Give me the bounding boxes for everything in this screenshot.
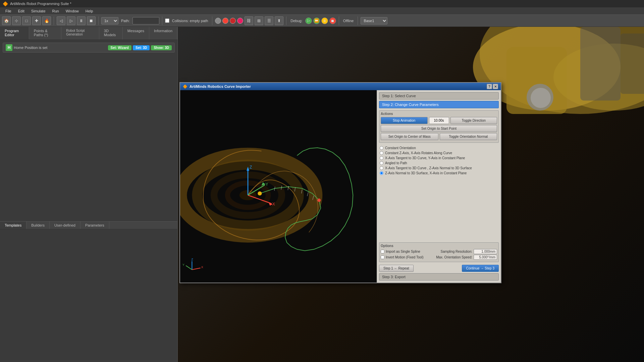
sampling-resolution-value: 1.000mm bbox=[474, 249, 497, 254]
actions-row3: Set Origin to Center of Mass Toggle Orie… bbox=[381, 133, 497, 140]
debug-pause-btn[interactable]: ⏸ bbox=[321, 17, 328, 24]
radio-angled-to-path[interactable]: Angled to Path bbox=[380, 161, 498, 166]
dialog-icon: 🔶 bbox=[183, 84, 187, 89]
svg-text:Y: Y bbox=[182, 263, 184, 266]
bottom-tab-parameters[interactable]: Parameters bbox=[80, 222, 109, 229]
actions-title: Actions bbox=[381, 112, 497, 116]
stop-animation-btn[interactable]: Stop Animation bbox=[381, 117, 428, 124]
menu-run[interactable]: Run bbox=[49, 8, 62, 14]
menu-help[interactable]: Help bbox=[82, 8, 97, 14]
single-spline-checkbox[interactable] bbox=[381, 250, 384, 253]
home-position-bar: H Home Position is set Set: Wizard Set: … bbox=[3, 43, 175, 53]
offline-label: Offline bbox=[343, 19, 354, 23]
path-label: Path: bbox=[121, 19, 130, 23]
toolbar-select-btn[interactable]: ⊹ bbox=[12, 16, 21, 25]
dialog-right-panel: Step 1: Select Curve Step 2: Change Curv… bbox=[377, 90, 501, 283]
tab-points-paths[interactable]: Points & Paths (*) bbox=[29, 27, 62, 40]
svg-text:Z: Z bbox=[250, 165, 252, 170]
svg-text:X: X bbox=[201, 265, 203, 269]
toolbar-back-btn[interactable]: ◁ bbox=[57, 16, 65, 25]
menu-window[interactable]: Window bbox=[62, 8, 82, 14]
toolbar-flame-btn[interactable]: 🔥 bbox=[42, 16, 51, 25]
bottom-tab-templates[interactable]: Templates bbox=[0, 222, 26, 229]
speed-dropdown[interactable]: 1x 2x 0.5x bbox=[101, 17, 118, 24]
toolbar-export-btn[interactable]: ⬆ bbox=[275, 16, 283, 25]
dialog-close-btn[interactable]: ✕ bbox=[493, 84, 498, 89]
step1-repeat-btn[interactable]: Step 1 ← Repeat bbox=[379, 265, 414, 272]
indicator-red2 bbox=[230, 18, 236, 24]
continue-btn[interactable]: Continue → Step 3 bbox=[462, 265, 499, 272]
toolbar-pause-btn[interactable]: ⏸ bbox=[77, 16, 86, 25]
radio-constant-z-axis[interactable]: Constant Z-Axis, X-Axis Rotates Along Cu… bbox=[380, 150, 498, 156]
svg-text:Z: Z bbox=[191, 258, 193, 261]
dialog-title: ArtiMinds Robotics Curve Importer bbox=[190, 84, 251, 88]
actions-row2: Set Origin to Start Point bbox=[381, 125, 497, 132]
single-spline-label[interactable]: Import as Single Spline bbox=[381, 250, 420, 253]
dialog-help-btn[interactable]: ? bbox=[487, 84, 492, 89]
menu-simulate[interactable]: Simulate bbox=[28, 8, 49, 14]
home-icon: H bbox=[6, 44, 12, 51]
svg-text:X: X bbox=[272, 202, 275, 206]
menu-edit[interactable]: Edit bbox=[15, 8, 28, 14]
toggle-orientation-btn[interactable]: Toggle Orientation Normal bbox=[440, 133, 497, 140]
step3-bar[interactable]: Step 3: Export bbox=[379, 273, 499, 281]
toolbar-list-btn[interactable]: ☰ bbox=[265, 16, 273, 25]
debug-step-btn[interactable]: ⏩ bbox=[313, 17, 320, 24]
svg-point-23 bbox=[317, 198, 321, 202]
left-panel: Program Editor Points & Paths (*) Robot … bbox=[0, 27, 178, 362]
set-3d-btn[interactable]: Set: 3D bbox=[133, 45, 150, 50]
toolbar-grid-btn[interactable]: ⊞ bbox=[255, 16, 263, 25]
tabs: Program Editor Points & Paths (*) Robot … bbox=[0, 27, 177, 40]
sampling-resolution-label: Sampling Resolution: bbox=[422, 250, 472, 253]
main-layout: Program Editor Points & Paths (*) Robot … bbox=[0, 27, 644, 362]
canvas-area: ⊙ □ ▦ Show Solids Sho bbox=[180, 90, 377, 283]
svg-rect-7 bbox=[621, 34, 644, 94]
step2-bar[interactable]: Step 2: Change Curve Parameters bbox=[379, 101, 499, 108]
radio-constant-orientation[interactable]: Constant Orientation bbox=[380, 145, 498, 150]
sep2 bbox=[98, 16, 99, 25]
set-origin-start-btn[interactable]: Set Origin to Start Point bbox=[381, 125, 497, 132]
bottom-tab-user-defined[interactable]: User-defined bbox=[50, 222, 80, 229]
toolbar-stop-btn[interactable]: ⏹ bbox=[87, 16, 96, 25]
tab-messages[interactable]: Messages bbox=[123, 27, 149, 40]
sep6 bbox=[339, 16, 339, 25]
radio-z-normal-x-constant[interactable]: Z-Axis Normal to 3D Surface, X-Axis in C… bbox=[380, 171, 498, 176]
menu-file[interactable]: File bbox=[2, 8, 15, 14]
tab-3d-models[interactable]: 3D Models bbox=[99, 27, 123, 40]
toolbar-chain-btn[interactable]: ⛓ bbox=[245, 16, 253, 25]
sep3 bbox=[162, 16, 162, 25]
step1-bar[interactable]: Step 1: Select Curve bbox=[379, 92, 499, 100]
svg-point-24 bbox=[258, 191, 262, 195]
indicator-gray bbox=[215, 18, 221, 24]
options-group: Options Import as Single Spline Sampling… bbox=[379, 242, 499, 262]
base-dropdown[interactable]: Base1 bbox=[361, 17, 387, 24]
invert-motion-label[interactable]: Invert Motion (Fixed Tool) bbox=[381, 255, 424, 259]
collisions-checkbox[interactable] bbox=[165, 18, 169, 23]
tab-robot-script[interactable]: Robot Script Generation bbox=[61, 27, 99, 40]
sep1 bbox=[54, 16, 54, 25]
toggle-direction-btn[interactable]: Toggle Direction bbox=[450, 117, 497, 124]
indicator-pink bbox=[237, 18, 243, 24]
set-origin-center-btn[interactable]: Set Origin to Center of Mass bbox=[381, 133, 438, 140]
toolbar-add-btn[interactable]: ✚ bbox=[32, 16, 41, 25]
set-wizard-btn[interactable]: Set: Wizard bbox=[108, 45, 131, 50]
svg-point-5 bbox=[531, 88, 551, 108]
toolbar-home-btn[interactable]: 🏠 bbox=[2, 16, 11, 25]
bottom-tabs-header: Templates Builders User-defined Paramete… bbox=[0, 222, 177, 229]
radio-x-tangent-z-normal[interactable]: X-Axis Tangent to 3D Curve , Z-Axis Norm… bbox=[380, 166, 498, 171]
actions-group: Actions Stop Animation Toggle Direction … bbox=[379, 110, 499, 143]
toolbar-play-btn[interactable]: ▷ bbox=[67, 16, 75, 25]
radio-x-tangent-y-constant[interactable]: X-Axis Tangent to 3D Curve, Y-Axis in Co… bbox=[380, 156, 498, 161]
path-input[interactable] bbox=[132, 17, 159, 24]
invert-motion-checkbox[interactable] bbox=[381, 255, 384, 259]
debug-green-btn[interactable]: ▷ bbox=[305, 17, 312, 24]
svg-rect-6 bbox=[580, 27, 621, 101]
time-input[interactable] bbox=[429, 117, 449, 124]
debug-stop-btn[interactable]: ⏹ bbox=[329, 17, 336, 24]
bottom-tab-builders[interactable]: Builders bbox=[26, 222, 50, 229]
tab-information[interactable]: Information bbox=[149, 27, 177, 40]
tab-program-editor[interactable]: Program Editor bbox=[0, 27, 29, 40]
toolbar-box-btn[interactable]: □ bbox=[22, 16, 31, 25]
viewport: 🔶 ArtiMinds Robotics Curve Importer ? ✕ … bbox=[178, 27, 644, 362]
show-3d-btn[interactable]: Show: 3D bbox=[151, 45, 172, 50]
